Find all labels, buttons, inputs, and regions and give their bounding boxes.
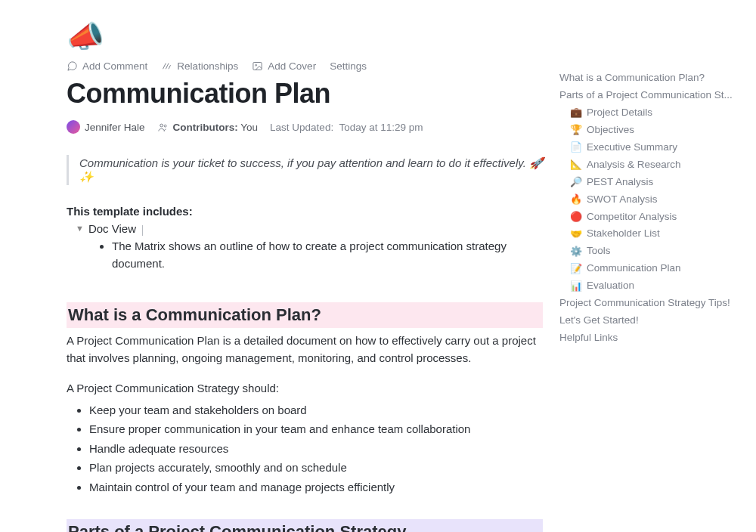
toc-item-icon: 💼	[570, 104, 582, 121]
add-cover-label: Add Cover	[268, 60, 316, 72]
list-item: Maintain control of your team and manage…	[89, 478, 559, 497]
toc-sub-link[interactable]: 📝Communication Plan	[559, 260, 733, 277]
toc-link[interactable]: Project Communication Strategy Tips!	[559, 295, 733, 312]
toc-sub-link[interactable]: 💼Project Details	[559, 104, 733, 122]
avatar	[67, 120, 80, 134]
toc-sub-link[interactable]: 📊Evaluation	[559, 277, 733, 295]
toc-item-icon: 🔎	[570, 174, 582, 190]
toc-item-label: Communication Plan	[587, 260, 681, 277]
relationships-icon	[161, 60, 172, 72]
add-comment-button[interactable]: Add Comment	[67, 60, 147, 72]
toc-link[interactable]: Let's Get Started!	[559, 312, 733, 329]
toc-item-icon: 🔥	[570, 191, 582, 208]
add-comment-label: Add Comment	[82, 60, 147, 72]
toc-item-label: Stakeholder List	[587, 225, 660, 243]
last-updated-label: Last Updated:	[270, 122, 333, 133]
toc-sub-link[interactable]: 🔴Competitor Analysis	[559, 209, 733, 226]
toc-item-icon: 📄	[570, 139, 582, 156]
toc-sub-link[interactable]: 🤝Stakeholder List	[559, 225, 733, 243]
page-toolbar: Add Comment Relationships Add Cover Sett…	[67, 60, 559, 72]
toc-item-icon: 📐	[570, 156, 582, 173]
toc-item-label: Analysis & Research	[587, 156, 681, 174]
toc-sub-link[interactable]: 📄Executive Summary	[559, 139, 733, 156]
toc-item-label: Evaluation	[587, 277, 634, 295]
toggle-label: Doc View	[88, 222, 136, 235]
toc-item-label: Competitor Analysis	[587, 209, 677, 226]
relationships-button[interactable]: Relationships	[161, 60, 238, 72]
toc-item-icon: 🤝	[570, 226, 582, 243]
settings-label: Settings	[330, 60, 367, 72]
contributors-chip[interactable]: Contributors: You	[157, 122, 259, 133]
list-item: Keep your team and stakeholders on board	[89, 401, 559, 420]
toc-item-icon: 🏆	[570, 122, 582, 138]
outline-sidebar: What is a Communication Plan?Parts of a …	[559, 0, 748, 532]
contributors-label: Contributors:	[173, 122, 238, 133]
toc-sub-link[interactable]: 🔎PEST Analysis	[559, 174, 733, 191]
heading-what-is: What is a Communication Plan?	[67, 302, 543, 328]
toc-item-icon: 📝	[570, 261, 582, 277]
list-item: Ensure proper communication in your team…	[89, 419, 559, 439]
image-icon	[252, 60, 263, 72]
template-includes-label: This template includes:	[67, 205, 559, 218]
quote-block: Communication is your ticket to success,…	[67, 155, 559, 185]
text-caret	[142, 225, 143, 236]
toc-item-icon: ⚙️	[570, 243, 582, 260]
toc-item-icon: 📊	[570, 278, 582, 295]
people-icon	[157, 122, 169, 133]
settings-button[interactable]: Settings	[330, 60, 367, 72]
toc-item-label: Objectives	[587, 122, 634, 139]
toc-link[interactable]: Helpful Links	[559, 329, 733, 347]
toc-item-label: PEST Analysis	[587, 174, 653, 191]
toc-link[interactable]: Parts of a Project Communication St...	[559, 87, 733, 104]
toc-item-label: Tools	[587, 243, 611, 260]
relationships-label: Relationships	[177, 60, 238, 72]
svg-point-3	[164, 125, 166, 127]
toc-sub-link[interactable]: 📐Analysis & Research	[559, 156, 733, 174]
svg-point-2	[160, 124, 163, 127]
toc-sub-link[interactable]: ⚙️Tools	[559, 243, 733, 260]
page-icon[interactable]: 📣	[67, 19, 559, 54]
author-name: Jennifer Hale	[85, 122, 145, 133]
section1-para: A Project Communication Plan is a detail…	[67, 332, 543, 367]
page-meta: Jennifer Hale Contributors: You Last Upd…	[67, 120, 559, 134]
toc-item-label: SWOT Analysis	[587, 191, 658, 209]
toc-link[interactable]: What is a Communication Plan?	[559, 70, 733, 87]
svg-point-1	[256, 64, 257, 66]
toc-sub-link[interactable]: 🏆Objectives	[559, 122, 733, 139]
section1-lead: A Project Communication Strategy should:	[67, 380, 543, 397]
add-cover-button[interactable]: Add Cover	[252, 60, 316, 72]
toc-sub-link[interactable]: 🔥SWOT Analysis	[559, 191, 733, 209]
toc-item-label: Executive Summary	[587, 139, 677, 156]
heading-parts: Parts of a Project Communication Strateg…	[67, 519, 543, 532]
svg-rect-0	[253, 63, 262, 70]
toc-item-icon: 🔴	[570, 209, 582, 225]
list-item: Handle adequate resources	[89, 439, 559, 459]
chevron-down-icon: ▼	[76, 224, 84, 233]
list-item: Plan projects accurately, smoothly and o…	[89, 458, 559, 478]
author-chip[interactable]: Jennifer Hale	[67, 120, 145, 134]
toggle-doc-view[interactable]: ▼ Doc View	[76, 222, 559, 235]
contributors-value: You	[240, 122, 258, 133]
toggle-detail-item: The Matrix shows an outline of how to cr…	[112, 238, 535, 272]
last-updated-value: Today at 11:29 pm	[339, 122, 423, 133]
toc-item-label: Project Details	[587, 104, 652, 122]
comment-icon	[67, 60, 78, 72]
page-title: Communication Plan	[67, 78, 559, 110]
